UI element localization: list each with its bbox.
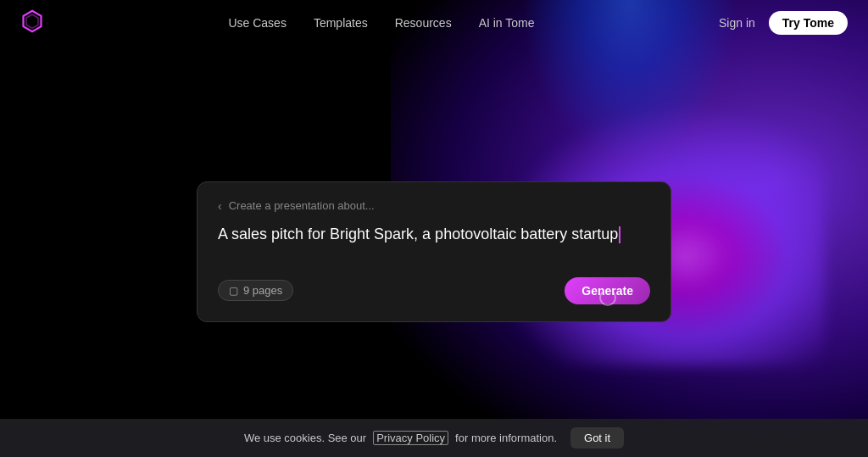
- cookie-message: We use cookies. See our: [244, 432, 366, 444]
- navbar-nav: Use Cases Templates Resources AI in Tome: [228, 16, 534, 30]
- sign-in-button[interactable]: Sign in: [719, 16, 755, 30]
- navbar-actions: Sign in Try Tome: [719, 11, 848, 35]
- pages-label: 9 pages: [243, 284, 282, 297]
- nav-use-cases[interactable]: Use Cases: [228, 16, 286, 30]
- dialog-input-area[interactable]: A sales pitch for Bright Spark, a photov…: [218, 223, 650, 264]
- nav-templates[interactable]: Templates: [314, 16, 368, 30]
- logo[interactable]: [20, 9, 44, 36]
- generate-button[interactable]: Generate: [565, 277, 650, 304]
- dialog-header: ‹ Create a presentation about...: [218, 199, 650, 213]
- back-icon[interactable]: ‹: [218, 199, 222, 213]
- cookie-after-message: for more information.: [455, 432, 557, 444]
- pages-badge[interactable]: ▢ 9 pages: [218, 280, 293, 301]
- navbar: Use Cases Templates Resources AI in Tome…: [0, 0, 868, 46]
- text-cursor: [619, 226, 620, 243]
- dialog-footer: ▢ 9 pages Generate: [218, 277, 650, 304]
- privacy-policy-link[interactable]: Privacy Policy: [373, 431, 448, 445]
- dialog-input-text: A sales pitch for Bright Spark, a photov…: [218, 226, 618, 242]
- main-content: ‹ Create a presentation about... A sales…: [0, 46, 868, 457]
- got-it-button[interactable]: Got it: [570, 427, 624, 449]
- cookie-banner: We use cookies. See our Privacy Policy f…: [0, 419, 868, 457]
- pages-icon: ▢: [229, 285, 238, 297]
- try-tome-button[interactable]: Try Tome: [769, 11, 848, 35]
- nav-ai-in-tome[interactable]: AI in Tome: [479, 16, 535, 30]
- dialog-header-text: Create a presentation about...: [229, 199, 375, 212]
- nav-resources[interactable]: Resources: [395, 16, 452, 30]
- dialog-card: ‹ Create a presentation about... A sales…: [197, 181, 671, 322]
